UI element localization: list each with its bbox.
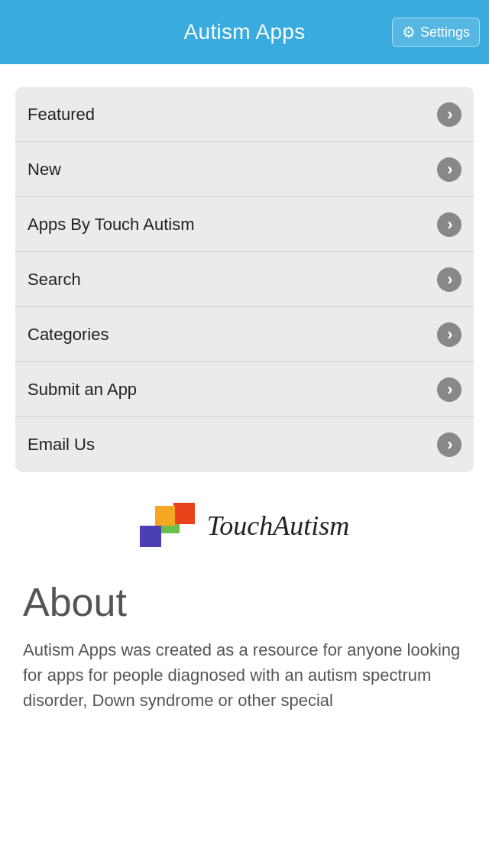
- chevron-right-icon: [437, 157, 461, 182]
- svg-rect-3: [155, 506, 175, 526]
- svg-rect-2: [173, 503, 195, 524]
- menu-item-label: Email Us: [28, 435, 95, 455]
- menu-item-categories[interactable]: Categories: [15, 307, 474, 362]
- settings-label: Settings: [420, 24, 470, 40]
- menu-item-apps-by-touch-autism[interactable]: Apps By Touch Autism: [15, 197, 474, 252]
- chevron-right-icon: [437, 212, 461, 237]
- app-header: Autism Apps ⚙ Settings: [0, 0, 489, 64]
- menu-item-label: Apps By Touch Autism: [28, 215, 195, 235]
- menu-list: Featured New Apps By Touch Autism Search…: [15, 87, 474, 472]
- about-title: About: [23, 579, 466, 625]
- menu-item-featured[interactable]: Featured: [15, 87, 474, 142]
- menu-item-search[interactable]: Search: [15, 252, 474, 307]
- logo-section: TouchAutism: [0, 472, 489, 564]
- chevron-right-icon: [437, 322, 461, 347]
- menu-item-label: Submit an App: [28, 380, 137, 400]
- logo-text: TouchAutism: [207, 510, 350, 542]
- about-section: About Autism Apps was created as a resou…: [0, 564, 489, 736]
- gear-icon: ⚙: [402, 23, 416, 41]
- about-text: Autism Apps was created as a resource fo…: [23, 637, 466, 713]
- menu-item-label: Categories: [28, 325, 108, 345]
- menu-item-label: Featured: [28, 105, 95, 125]
- chevron-right-icon: [437, 267, 461, 292]
- menu-item-submit-an-app[interactable]: Submit an App: [15, 362, 474, 417]
- chevron-right-icon: [437, 377, 461, 402]
- menu-item-label: New: [28, 160, 61, 180]
- chevron-right-icon: [437, 432, 461, 457]
- menu-item-new[interactable]: New: [15, 142, 474, 197]
- settings-button[interactable]: ⚙ Settings: [392, 18, 480, 47]
- main-content: Featured New Apps By Touch Autism Search…: [0, 87, 489, 736]
- chevron-right-icon: [437, 102, 461, 127]
- menu-item-label: Search: [28, 270, 81, 290]
- menu-item-email-us[interactable]: Email Us: [15, 417, 474, 472]
- touch-autism-logo-graphic: [140, 503, 201, 549]
- app-title: Autism Apps: [184, 20, 306, 44]
- svg-rect-0: [140, 526, 161, 547]
